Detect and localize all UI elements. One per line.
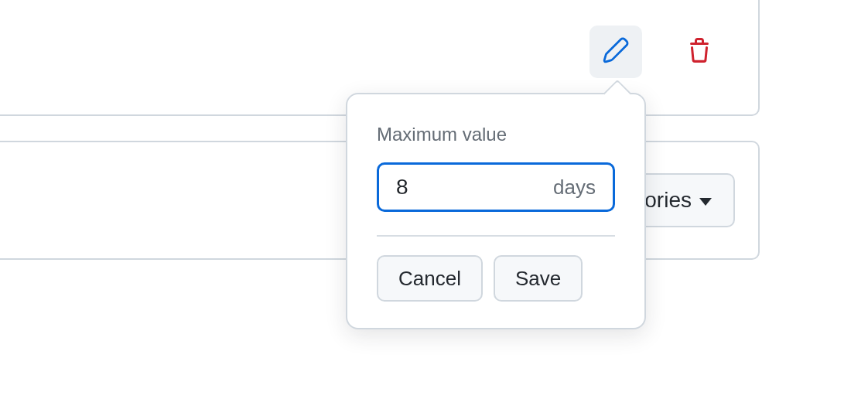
maximum-value-label: Maximum value	[377, 124, 615, 145]
maximum-value-input[interactable]	[396, 175, 544, 200]
repositories-dropdown-label: ories	[644, 188, 692, 213]
save-button[interactable]: Save	[494, 255, 583, 302]
maximum-value-unit: days	[544, 176, 596, 200]
pencil-icon	[603, 37, 629, 66]
maximum-value-popover: Maximum value days Cancel Save	[346, 93, 646, 329]
trash-icon	[687, 38, 712, 66]
popover-divider	[377, 235, 615, 237]
maximum-value-input-wrap[interactable]: days	[377, 162, 615, 212]
caret-down-icon	[699, 198, 712, 206]
cancel-button[interactable]: Cancel	[377, 255, 483, 302]
delete-button[interactable]	[673, 26, 726, 78]
edit-button[interactable]	[589, 26, 642, 78]
popover-button-row: Cancel Save	[377, 255, 615, 302]
